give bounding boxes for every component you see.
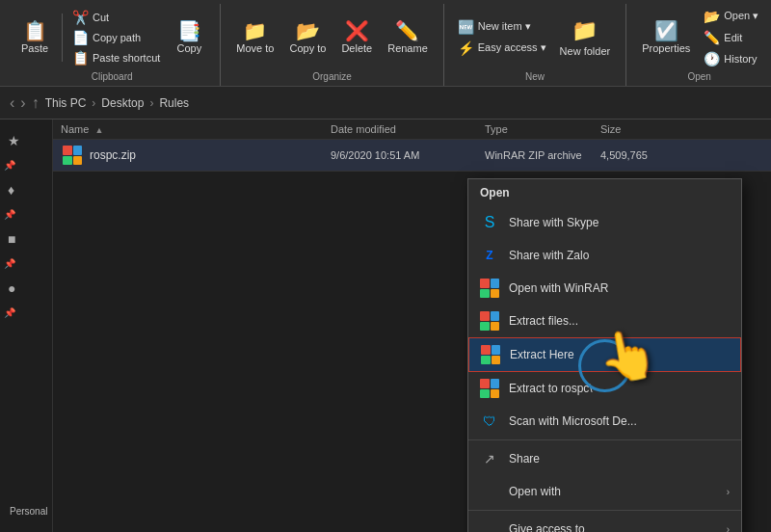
column-headers: Name ▲ Date modified Type Size [53, 120, 771, 140]
rename-button[interactable]: ✏️ Rename [380, 9, 436, 66]
delete-button[interactable]: ❌ Delete [333, 9, 380, 66]
open-small-group: 📂 Open ▾ ✏️ Edit 🕐 History [698, 7, 764, 68]
clipboard-group: 📋 Paste ✂️ Cut 📄 Copy path 📋 Paste short… [4, 4, 221, 86]
col-header-type[interactable]: Type [485, 123, 600, 135]
sidebar-item-2[interactable]: ♦ [0, 176, 52, 203]
ctx-open-with[interactable]: Open with › [468, 475, 741, 508]
new-buttons: 🆕 New item ▾ ⚡ Easy access ▾ 📁 New folde… [452, 6, 618, 68]
open-group: ☑️ Properties 📂 Open ▾ ✏️ Edit 🕐 History… [626, 4, 771, 86]
table-row[interactable]: rospc.zip 9/6/2020 10:51 AM WinRAR ZIP a… [53, 140, 771, 172]
file-name: rospc.zip [90, 148, 331, 162]
open-buttons: ☑️ Properties 📂 Open ▾ ✏️ Edit 🕐 History [634, 6, 764, 68]
ctx-open-header: Open [468, 179, 741, 206]
clipboard-label: Clipboard [12, 69, 212, 84]
copy-to-label: Copy to [289, 42, 326, 54]
sidebar-icon-3: ■ [8, 231, 15, 247]
sidebar-pin-2[interactable]: 📌 [0, 207, 52, 222]
breadcrumb-sep1: › [92, 96, 95, 110]
copy-button[interactable]: 📑 Copy [166, 6, 212, 68]
breadcrumb-rules[interactable]: Rules [159, 96, 189, 110]
address-bar: ‹ › ↑ This PC › Desktop › Rules [0, 87, 771, 120]
ctx-share[interactable]: ↗ Share [468, 442, 741, 475]
properties-label: Properties [642, 42, 690, 54]
paste-label: Paste [21, 42, 48, 54]
give-access-icon [480, 519, 499, 532]
edit-button[interactable]: ✏️ Edit [698, 28, 764, 47]
properties-icon: ☑️ [654, 21, 678, 40]
cut-button[interactable]: ✂️ Cut [66, 8, 166, 27]
new-folder-icon: 📁 [572, 18, 598, 43]
paste-shortcut-button[interactable]: 📋 Paste shortcut [66, 48, 166, 67]
back-icon[interactable]: ‹ [10, 94, 14, 112]
share-icon: ↗ [480, 449, 499, 468]
sidebar-pin-3[interactable]: 📌 [0, 256, 52, 271]
breadcrumb-sep2: › [149, 96, 153, 110]
move-to-label: Move to [236, 42, 274, 54]
file-icon [61, 144, 84, 167]
open-button[interactable]: 📂 Open ▾ [698, 7, 764, 26]
zalo-icon: Z [480, 246, 499, 265]
winrar-zip-icon [63, 146, 82, 165]
copy-to-button[interactable]: 📂 Copy to [281, 9, 333, 66]
ctx-separator-1 [468, 439, 741, 440]
give-access-arrow: › [727, 524, 730, 533]
ctx-give-access[interactable]: Give access to › [468, 513, 741, 532]
col-header-size[interactable]: Size [600, 123, 678, 135]
new-item-button[interactable]: 🆕 New item ▾ [452, 17, 552, 37]
ribbon: 📋 Paste ✂️ Cut 📄 Copy path 📋 Paste short… [0, 0, 771, 87]
col-header-name[interactable]: Name ▲ [61, 123, 331, 135]
ctx-scan-ms[interactable]: 🛡 Scan with Microsoft De... [468, 405, 741, 438]
easy-access-button[interactable]: ⚡ Easy access ▾ [452, 39, 552, 58]
sidebar-pin-4[interactable]: 📌 [0, 306, 52, 320]
winrar-icon [480, 279, 499, 298]
forward-icon[interactable]: › [20, 94, 25, 112]
history-button[interactable]: 🕐 History [698, 49, 764, 68]
organize-label: Organize [228, 69, 435, 84]
ctx-open-winrar[interactable]: Open with WinRAR [468, 272, 741, 305]
sidebar-icon-4: ● [8, 280, 15, 296]
breadcrumb-desktop[interactable]: Desktop [101, 96, 144, 110]
breadcrumb-this-pc[interactable]: This PC [45, 96, 87, 110]
copy-to-icon: 📂 [296, 21, 320, 40]
ctx-share-skype[interactable]: S Share with Skype [468, 206, 741, 239]
sidebar-item-3[interactable]: ■ [0, 226, 52, 253]
cut-label: Cut [93, 12, 109, 23]
properties-button[interactable]: ☑️ Properties [634, 9, 698, 66]
sidebar: ★ 📌 ♦ 📌 ■ 📌 ● 📌 Personal [0, 120, 53, 532]
up-icon[interactable]: ↑ [32, 94, 40, 112]
copy-path-label: Copy path [93, 32, 141, 43]
sidebar-item-4[interactable]: ● [0, 275, 52, 302]
ctx-share-zalo[interactable]: Z Share with Zalo [468, 239, 741, 272]
copy-label: Copy [176, 42, 201, 54]
easy-access-label: Easy access ▾ [478, 41, 546, 54]
file-date: 9/6/2020 10:51 AM [331, 149, 485, 161]
copy-icon: 📑 [177, 21, 201, 40]
extract-to-icon [480, 379, 499, 398]
move-to-button[interactable]: 📁 Move to [228, 9, 281, 66]
paste-icon: 📋 [23, 21, 47, 40]
new-group: 🆕 New item ▾ ⚡ Easy access ▾ 📁 New folde… [444, 4, 626, 86]
cursor-hand: 👆 [593, 323, 661, 388]
sidebar-pin-1[interactable]: 📌 [0, 158, 52, 173]
new-item-label: New item ▾ [478, 20, 531, 33]
easy-access-icon: ⚡ [458, 40, 474, 56]
sidebar-item-1[interactable]: ★ [0, 127, 52, 154]
sidebar-icon-2: ♦ [8, 182, 14, 198]
copy-path-icon: 📄 [72, 30, 89, 45]
clipboard-buttons: 📋 Paste ✂️ Cut 📄 Copy path 📋 Paste short… [12, 6, 212, 68]
col-header-date[interactable]: Date modified [331, 123, 485, 135]
open-icon: 📂 [704, 9, 720, 24]
open-label: Open [634, 69, 764, 84]
new-folder-label: New folder [560, 45, 611, 57]
paste-button[interactable]: 📋 Paste [12, 6, 58, 68]
extract-files-icon [480, 311, 499, 331]
history-label: History [724, 53, 757, 65]
new-folder-button[interactable]: 📁 New folder [552, 9, 619, 66]
file-type: WinRAR ZIP archive [485, 149, 600, 161]
clipboard-small-group: ✂️ Cut 📄 Copy path 📋 Paste shortcut [66, 8, 166, 67]
cut-icon: ✂️ [72, 10, 89, 25]
new-item-icon: 🆕 [458, 19, 474, 35]
organize-group: 📁 Move to 📂 Copy to ❌ Delete ✏️ Rename O… [221, 4, 443, 86]
copy-path-button[interactable]: 📄 Copy path [66, 28, 166, 47]
organize-buttons: 📁 Move to 📂 Copy to ❌ Delete ✏️ Rename [228, 6, 435, 68]
